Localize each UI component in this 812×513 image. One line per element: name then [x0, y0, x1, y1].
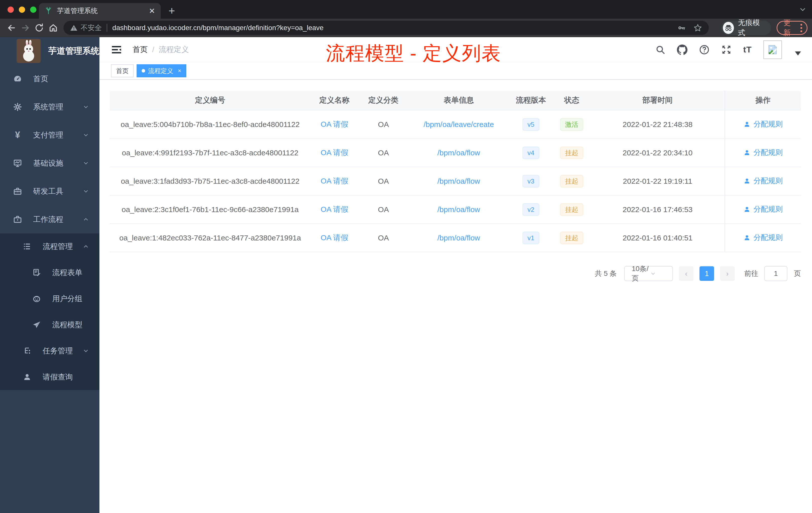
chevron-up-icon: [82, 243, 89, 250]
cell-id: oa_leave:5:004b710b-7b8a-11ec-8ef0-acde4…: [110, 110, 311, 139]
sidebar-item-process-form[interactable]: 流程表单: [0, 260, 99, 285]
font-size-icon[interactable]: tT: [743, 45, 752, 55]
sidebar-item-system[interactable]: 系统管理: [0, 93, 99, 121]
cell-id: oa_leave:4:991f2193-7b7f-11ec-a3c8-acde4…: [110, 139, 311, 167]
version-badge: v1: [522, 232, 539, 244]
definition-name-link[interactable]: OA 请假: [321, 233, 348, 242]
avatar[interactable]: [763, 40, 782, 59]
github-icon[interactable]: [677, 44, 688, 55]
status-badge: 激活: [560, 118, 583, 131]
assign-rule-link[interactable]: 分配规则: [744, 119, 783, 129]
sidebar-item-home[interactable]: 首页: [0, 65, 99, 93]
table-row: oa_leave:2:3c1f0ef1-76b1-11ec-9c66-a2380…: [110, 195, 801, 223]
tag-process-definition[interactable]: 流程定义 ×: [137, 64, 186, 77]
version-badge: v4: [522, 147, 539, 159]
sidebar-item-label: 研发工具: [33, 186, 82, 197]
chrome-update-button[interactable]: 更新: [777, 21, 808, 35]
password-key-icon[interactable]: [677, 24, 686, 32]
sidebar-item-label: 首页: [33, 74, 89, 84]
sidebar-item-label: 用户分组: [52, 294, 89, 304]
assign-rule-link[interactable]: 分配规则: [744, 233, 783, 243]
dashboard-icon: [12, 74, 23, 83]
forward-icon[interactable]: [18, 20, 32, 35]
security-warning[interactable]: 不安全: [70, 23, 102, 33]
form-link[interactable]: /bpm/oa/flow: [437, 177, 480, 185]
status-badge: 挂起: [560, 175, 583, 187]
tree-icon: [22, 346, 32, 355]
form-link[interactable]: /bpm/oa/flow: [437, 149, 480, 157]
url-text[interactable]: dashboard.yudao.iocoder.cn/bpm/manager/d…: [112, 24, 672, 32]
version-badge: v3: [522, 175, 539, 187]
reload-icon[interactable]: [32, 20, 46, 35]
browser-toolbar: 不安全 dashboard.yudao.iocoder.cn/bpm/manag…: [0, 19, 812, 37]
table-row: oa_leave:5:004b710b-7b8a-11ec-8ef0-acde4…: [110, 110, 801, 139]
definition-name-link[interactable]: OA 请假: [321, 148, 348, 157]
sidebar-item-label: 任务管理: [43, 346, 82, 356]
definition-name-link[interactable]: OA 请假: [321, 120, 348, 128]
tags-view: 首页 流程定义 ×: [99, 62, 812, 80]
page-number-1[interactable]: 1: [699, 266, 714, 281]
sidebar-item-user-group[interactable]: 用户分组: [0, 285, 99, 312]
table-row: oa_leave:4:991f2193-7b7f-11ec-a3c8-acde4…: [110, 139, 801, 167]
sidebar-logo[interactable]: 芋道管理系统: [0, 37, 99, 65]
definition-name-link[interactable]: OA 请假: [321, 177, 348, 185]
breadcrumb-separator: /: [152, 46, 154, 54]
version-badge: v5: [522, 118, 539, 131]
assign-rule-link[interactable]: 分配规则: [744, 176, 783, 186]
goto-page-input[interactable]: [764, 266, 787, 281]
tag-close-icon[interactable]: ×: [178, 67, 181, 74]
close-window-button[interactable]: [7, 6, 14, 13]
sidebar-item-task-management[interactable]: 任务管理: [0, 338, 99, 364]
macos-traffic-lights[interactable]: [7, 6, 36, 13]
home-icon[interactable]: [46, 20, 60, 35]
prev-page-button[interactable]: ‹: [679, 266, 694, 281]
form-link[interactable]: /bpm/oa/flow: [437, 205, 480, 214]
fullscreen-icon[interactable]: [721, 44, 732, 55]
sidebar-collapse-icon[interactable]: [111, 44, 122, 55]
chevron-down-icon: [82, 103, 89, 111]
sidebar-item-process-model[interactable]: 流程模型: [0, 312, 99, 338]
sidebar-item-workflow[interactable]: 工作流程: [0, 205, 99, 233]
assign-rule-link[interactable]: 分配规则: [744, 148, 783, 158]
cell-deploy-time: 2022-01-22 20:34:10: [590, 139, 725, 167]
minimize-window-button[interactable]: [19, 6, 25, 13]
browser-menu-kebab-icon[interactable]: [801, 24, 802, 32]
yen-icon: ¥: [12, 130, 23, 140]
next-page-button[interactable]: ›: [720, 266, 735, 281]
warning-triangle-icon: [70, 24, 78, 32]
tab-close-icon[interactable]: ✕: [149, 6, 155, 15]
form-link[interactable]: /bpm/oa/leave/create: [424, 120, 494, 128]
new-tab-button[interactable]: +: [165, 4, 179, 18]
browser-tab[interactable]: 芋道管理系统 ✕: [39, 3, 161, 19]
avatar-dropdown-caret-icon[interactable]: [795, 52, 801, 56]
back-icon[interactable]: [4, 20, 18, 35]
help-icon[interactable]: [699, 44, 709, 55]
status-badge: 挂起: [560, 203, 583, 216]
cell-deploy-time: 2022-01-22 21:48:38: [590, 110, 725, 139]
definition-table: 定义编号 定义名称 定义分类 表单信息 流程版本 状态 部署时间 操作 oa_l: [110, 91, 801, 252]
form-link[interactable]: /bpm/oa/flow: [437, 234, 480, 242]
sidebar-item-process-management[interactable]: 流程管理: [0, 233, 99, 260]
cell-deploy-time: 2022-01-22 19:19:11: [590, 167, 725, 195]
assign-rule-link[interactable]: 分配规则: [744, 204, 783, 214]
toolbox-icon: [12, 187, 23, 196]
definition-name-link[interactable]: OA 请假: [321, 205, 348, 213]
tab-search-chevron-icon[interactable]: [799, 5, 807, 13]
active-tag-dot: [142, 69, 145, 72]
col-header-version: 流程版本: [509, 91, 553, 110]
tag-home[interactable]: 首页: [111, 64, 134, 77]
maximize-window-button[interactable]: [30, 6, 36, 13]
sidebar-item-label: 基础设施: [33, 158, 82, 169]
sidebar-item-payment[interactable]: ¥ 支付管理: [0, 121, 99, 149]
sidebar-item-dev-tools[interactable]: 研发工具: [0, 177, 99, 205]
table-row: oa_leave:3:1fad3d93-7b75-11ec-a3c8-acde4…: [110, 167, 801, 195]
face-icon: [32, 294, 42, 303]
bookmark-star-icon[interactable]: [693, 23, 702, 32]
sidebar-item-infrastructure[interactable]: 基础设施: [0, 149, 99, 177]
address-bar[interactable]: 不安全 dashboard.yudao.iocoder.cn/bpm/manag…: [63, 21, 709, 35]
search-icon[interactable]: [655, 45, 665, 55]
sidebar-item-leave-query[interactable]: 请假查询: [0, 364, 99, 390]
breadcrumb-home[interactable]: 首页: [133, 44, 148, 55]
sidebar-item-label: 系统管理: [33, 102, 82, 112]
page-size-select[interactable]: 10条/页: [624, 266, 673, 281]
